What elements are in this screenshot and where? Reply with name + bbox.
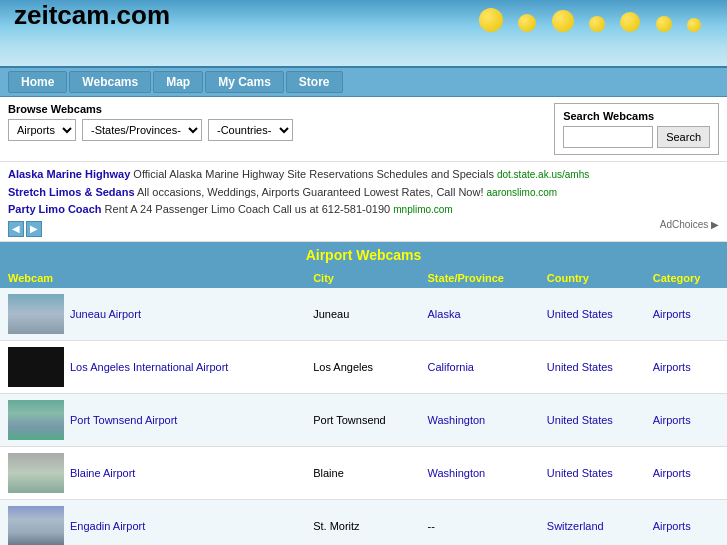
table-title: Airport Webcams xyxy=(0,242,727,268)
bubble-4 xyxy=(589,16,605,32)
country-link[interactable]: United States xyxy=(547,467,613,479)
ad-text-2: All occasions, Weddings, Airports Guaran… xyxy=(137,186,487,198)
category-cell: Airports xyxy=(645,340,727,393)
table-row: Blaine AirportBlaineWashingtonUnited Sta… xyxy=(0,446,727,499)
browse-search-row: Browse Webcams Airports -States/Province… xyxy=(0,97,727,162)
category-link[interactable]: Airports xyxy=(653,414,691,426)
table-row: Port Townsend AirportPort TownsendWashin… xyxy=(0,393,727,446)
nav-map[interactable]: Map xyxy=(153,71,203,93)
webcam-thumbnail xyxy=(8,347,64,387)
countries-select[interactable]: -Countries- xyxy=(208,119,293,141)
ad-2: Stretch Limos & Sedans All occasions, We… xyxy=(8,184,719,202)
ad-text-1: Official Alaska Marine Highway Site Rese… xyxy=(133,168,497,180)
city-cell: St. Moritz xyxy=(305,499,419,545)
country-cell: United States xyxy=(539,393,645,446)
cam-cell: Juneau Airport xyxy=(0,288,305,340)
col-header-category: Category xyxy=(645,268,727,288)
city-cell: Los Angeles xyxy=(305,340,419,393)
site-title: zeitcam.com xyxy=(0,0,184,48)
city-cell: Port Townsend xyxy=(305,393,419,446)
search-button[interactable]: Search xyxy=(657,126,710,148)
search-input[interactable] xyxy=(563,126,653,148)
state-link[interactable]: California xyxy=(428,361,474,373)
ad-link-3[interactable]: Party Limo Coach xyxy=(8,203,102,215)
webcam-name-link[interactable]: Port Townsend Airport xyxy=(70,414,177,426)
webcam-thumbnail xyxy=(8,453,64,493)
category-cell: Airports xyxy=(645,393,727,446)
prev-arrow[interactable]: ◀ xyxy=(8,221,24,237)
category-link[interactable]: Airports xyxy=(653,308,691,320)
webcam-thumbnail xyxy=(8,400,64,440)
webcam-name-link[interactable]: Blaine Airport xyxy=(70,467,135,479)
country-link[interactable]: United States xyxy=(547,414,613,426)
col-header-webcam: Webcam xyxy=(0,268,305,288)
category-select[interactable]: Airports xyxy=(8,119,76,141)
search-input-row: Search xyxy=(563,126,710,148)
category-link[interactable]: Airports xyxy=(653,467,691,479)
ad-link-2[interactable]: Stretch Limos & Sedans xyxy=(8,186,135,198)
col-header-country: Country xyxy=(539,268,645,288)
cam-cell: Los Angeles International Airport xyxy=(0,341,305,393)
bubble-7 xyxy=(687,18,701,32)
country-cell: United States xyxy=(539,446,645,499)
cam-cell: Port Townsend Airport xyxy=(0,394,305,446)
state-cell: -- xyxy=(420,499,539,545)
state-link[interactable]: Alaska xyxy=(428,308,461,320)
search-label: Search Webcams xyxy=(563,110,710,122)
country-cell: United States xyxy=(539,288,645,341)
webcam-table: Webcam City State/Province Country Categ… xyxy=(0,268,727,545)
webcam-thumbnail xyxy=(8,506,64,545)
next-arrow[interactable]: ▶ xyxy=(26,221,42,237)
category-cell: Airports xyxy=(645,288,727,341)
country-link[interactable]: United States xyxy=(547,308,613,320)
table-row: Engadin AirportSt. Moritz--SwitzerlandAi… xyxy=(0,499,727,545)
webcam-tbody: Juneau AirportJuneauAlaskaUnited StatesA… xyxy=(0,288,727,545)
nav-arrows: ◀ ▶ xyxy=(8,219,42,239)
cam-cell: Engadin Airport xyxy=(0,500,305,545)
search-section: Search Webcams Search xyxy=(554,103,719,155)
header-bubbles xyxy=(473,8,707,35)
nav-webcams[interactable]: Webcams xyxy=(69,71,151,93)
ad-3: Party Limo Coach Rent A 24 Passenger Lim… xyxy=(8,201,719,219)
state-cell: Washington xyxy=(420,446,539,499)
country-link[interactable]: United States xyxy=(547,361,613,373)
state-cell: California xyxy=(420,340,539,393)
bubble-3 xyxy=(552,10,574,32)
table-head: Webcam City State/Province Country Categ… xyxy=(0,268,727,288)
country-link[interactable]: Switzerland xyxy=(547,520,604,532)
table-row: Los Angeles International AirportLos Ang… xyxy=(0,340,727,393)
ad-choices[interactable]: AdChoices ▶ xyxy=(660,219,719,230)
city-cell: Juneau xyxy=(305,288,419,341)
category-link[interactable]: Airports xyxy=(653,520,691,532)
webcam-name-link[interactable]: Los Angeles International Airport xyxy=(70,361,228,373)
nav-store[interactable]: Store xyxy=(286,71,343,93)
state-link[interactable]: Washington xyxy=(428,467,486,479)
country-cell: United States xyxy=(539,340,645,393)
ads-area: Alaska Marine Highway Official Alaska Ma… xyxy=(0,162,727,242)
ad-link-1[interactable]: Alaska Marine Highway xyxy=(8,168,130,180)
webcam-name-link[interactable]: Engadin Airport xyxy=(70,520,145,532)
ad-url-3: mnplimo.com xyxy=(393,204,452,215)
category-link[interactable]: Airports xyxy=(653,361,691,373)
cam-cell: Blaine Airport xyxy=(0,447,305,499)
states-select[interactable]: -States/Provinces- xyxy=(82,119,202,141)
nav-mycams[interactable]: My Cams xyxy=(205,71,284,93)
bubble-6 xyxy=(656,16,672,32)
col-header-state: State/Province xyxy=(420,268,539,288)
bubble-2 xyxy=(518,14,536,32)
state-cell: Alaska xyxy=(420,288,539,341)
nav-bar: Home Webcams Map My Cams Store xyxy=(0,68,727,97)
webcam-name-link[interactable]: Juneau Airport xyxy=(70,308,141,320)
ad-url-1: dot.state.ak.us/amhs xyxy=(497,169,589,180)
state-link[interactable]: Washington xyxy=(428,414,486,426)
nav-home[interactable]: Home xyxy=(8,71,67,93)
ad-nav-row: ◀ ▶ AdChoices ▶ xyxy=(8,219,719,239)
city-cell: Blaine xyxy=(305,446,419,499)
category-cell: Airports xyxy=(645,446,727,499)
category-cell: Airports xyxy=(645,499,727,545)
state-cell: Washington xyxy=(420,393,539,446)
webcam-thumbnail xyxy=(8,294,64,334)
bubble-5 xyxy=(620,12,640,32)
table-row: Juneau AirportJuneauAlaskaUnited StatesA… xyxy=(0,288,727,341)
site-header: zeitcam.com xyxy=(0,0,727,68)
